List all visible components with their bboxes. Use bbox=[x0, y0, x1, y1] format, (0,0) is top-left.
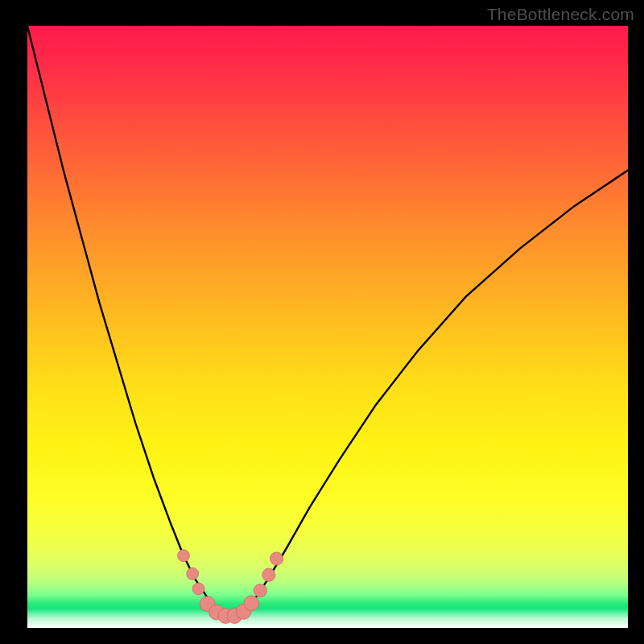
curve-marker bbox=[262, 568, 275, 581]
plot-area bbox=[27, 26, 628, 628]
chart-frame: TheBottleneck.com bbox=[0, 0, 644, 644]
curve-marker bbox=[192, 583, 204, 595]
curve-marker bbox=[254, 584, 266, 597]
curve-marker bbox=[244, 596, 259, 611]
watermark-label: TheBottleneck.com bbox=[487, 5, 634, 24]
curve-line bbox=[27, 26, 628, 616]
curve-marker bbox=[270, 552, 283, 565]
curve-marker bbox=[187, 568, 199, 580]
curve-markers bbox=[178, 550, 283, 624]
bottleneck-curve bbox=[27, 26, 628, 628]
curve-marker bbox=[178, 550, 190, 562]
